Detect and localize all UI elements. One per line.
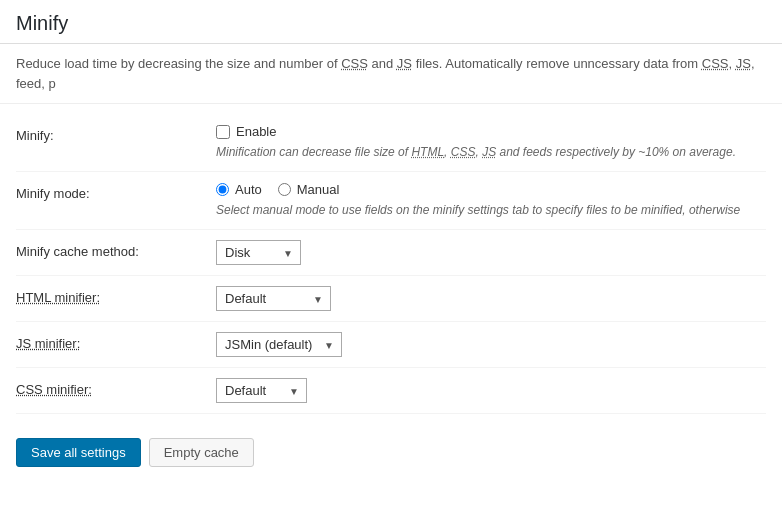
minify-control: Enable Minification can decrease file si… [216,124,766,161]
minify-cache-control: Disk Memory APC File [216,240,766,265]
mode-auto-radio[interactable] [216,183,229,196]
mode-auto-label[interactable]: Auto [235,182,262,197]
html-minifier-select[interactable]: Default Minify_HTML None [216,286,331,311]
mode-manual-label[interactable]: Manual [297,182,340,197]
minify-mode-label: Minify mode: [16,182,216,201]
js-link2: JS [736,56,751,71]
cache-method-select[interactable]: Disk Memory APC File [216,240,301,265]
js-link: JS [397,56,412,71]
page-title: Minify [0,0,782,44]
html-minifier-row: HTML minifier: Default Minify_HTML None [16,276,766,322]
minify-enable-label[interactable]: Enable [236,124,276,139]
html-underline: HTML [411,145,444,159]
html-minifier-select-wrapper: Default Minify_HTML None [216,286,331,311]
html-minifier-label: HTML minifier: [16,286,216,305]
css-minifier-control: Default YUI CSS None [216,378,766,403]
html-minifier-control: Default Minify_HTML None [216,286,766,311]
css-link: CSS [341,56,368,71]
js-minifier-control: JSMin (default) Packer YUI None [216,332,766,357]
css-minifier-label-text: CSS minifier: [16,382,92,397]
css-minifier-row: CSS minifier: Default YUI CSS None [16,368,766,414]
minify-mode-radio-row: Auto Manual [216,182,766,197]
buttons-row: Save all settings Empty cache [0,424,782,481]
js-underline: JS [482,145,496,159]
js-minifier-label-text: JS minifier: [16,336,80,351]
js-minifier-label: JS minifier: [16,332,216,351]
minify-hint: Minification can decrease file size of H… [216,143,766,161]
minify-mode-row: Minify mode: Auto Manual Select manual m… [16,172,766,230]
minify-row: Minify: Enable Minification can decrease… [16,114,766,172]
minify-label: Minify: [16,124,216,143]
page-wrapper: Minify Reduce load time by decreasing th… [0,0,782,509]
save-button[interactable]: Save all settings [16,438,141,467]
css-minifier-label: CSS minifier: [16,378,216,397]
js-minifier-row: JS minifier: JSMin (default) Packer YUI … [16,322,766,368]
html-minifier-label-text: HTML minifier: [16,290,100,305]
css-minifier-select-wrapper: Default YUI CSS None [216,378,307,403]
css-link2: CSS [702,56,729,71]
minify-cache-row: Minify cache method: Disk Memory APC Fil… [16,230,766,276]
description: Reduce load time by decreasing the size … [0,44,782,104]
minify-mode-hint: Select manual mode to use fields on the … [216,201,766,219]
mode-manual-radio[interactable] [278,183,291,196]
minify-checkbox-row: Enable [216,124,766,139]
js-minifier-select[interactable]: JSMin (default) Packer YUI None [216,332,342,357]
js-minifier-select-wrapper: JSMin (default) Packer YUI None [216,332,342,357]
cache-select-wrapper: Disk Memory APC File [216,240,301,265]
minify-enable-checkbox[interactable] [216,125,230,139]
minify-mode-control: Auto Manual Select manual mode to use fi… [216,182,766,219]
settings-table: Minify: Enable Minification can decrease… [0,104,782,424]
minify-cache-label: Minify cache method: [16,240,216,259]
css-underline: CSS [451,145,476,159]
css-minifier-select[interactable]: Default YUI CSS None [216,378,307,403]
empty-cache-button[interactable]: Empty cache [149,438,254,467]
